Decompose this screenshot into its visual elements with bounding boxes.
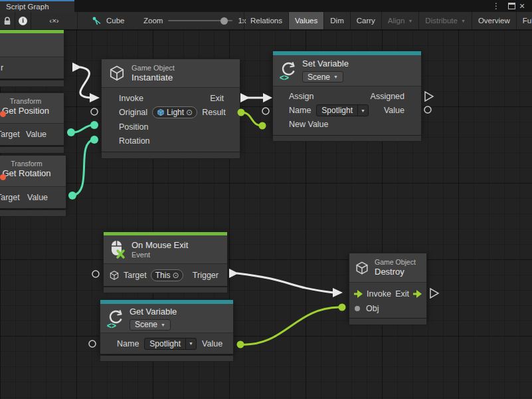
new-value-port-label: New Value: [289, 120, 329, 129]
node-footer: [0, 209, 66, 217]
relations-button[interactable]: Relations: [244, 12, 289, 29]
variable-name-dropdown[interactable]: Spotlight ▼: [316, 104, 369, 116]
node-footer: [0, 146, 64, 154]
obj-port-dot-icon: [355, 306, 360, 311]
toolbar-right-group: Relations Values Dim Carry Align▼ Distri…: [244, 12, 532, 29]
fullscreen-button[interactable]: Full Screen: [517, 12, 532, 29]
instantiate-header: Game Object Instantiate: [102, 59, 240, 88]
position-port-label: Position: [119, 122, 148, 132]
name-row: Name Spotlight ▼ Value: [273, 103, 421, 118]
node-clipped-event[interactable]: r: [0, 29, 64, 79]
value-port-label: Value: [26, 130, 46, 139]
object-picker-icon[interactable]: ⊙: [172, 271, 179, 279]
object-field-value: This: [155, 271, 171, 280]
zoom-slider[interactable]: [168, 20, 232, 21]
chevron-down-icon: ▼: [408, 19, 412, 23]
code-icon: ‹×›: [49, 17, 58, 25]
variable-icon: <>: [106, 308, 124, 329]
chevron-down-icon: ▼: [161, 323, 165, 327]
tab-script-graph[interactable]: Script Graph: [0, 0, 74, 12]
graph-canvas[interactable]: [0, 30, 532, 399]
invoke-port-label: Invoke: [367, 289, 391, 299]
game-object-icon: [157, 108, 165, 116]
variable-name-dropdown[interactable]: Spotlight ▼: [144, 338, 197, 350]
overview-button[interactable]: Overview: [472, 12, 517, 29]
node-get-variable[interactable]: <> Get Variable Scene ▼ Name Spotlight ▼…: [100, 299, 234, 354]
node-destroy[interactable]: Game Object Destroy Invoke Exit Obj: [349, 253, 427, 320]
dim-button[interactable]: Dim: [324, 12, 350, 29]
lock-icon: [3, 17, 11, 25]
get-rotation-port-row: Target Value: [0, 187, 66, 208]
node-title: Get Variable: [130, 307, 177, 317]
node-instantiate[interactable]: Game Object Instantiate Invoke Exit Orig…: [101, 59, 240, 152]
node-footer: [0, 80, 64, 87]
lock-button[interactable]: [0, 12, 15, 29]
name-port-label: Name: [289, 106, 311, 115]
node-get-position[interactable]: Transform Get Position Target Value: [0, 92, 64, 146]
node-footer: [101, 152, 240, 159]
variable-scope-dropdown[interactable]: Scene ▼: [130, 319, 171, 331]
assigned-port-label: Assigned: [371, 92, 404, 101]
values-button[interactable]: Values: [289, 12, 324, 29]
rotation-row: Rotation: [102, 134, 240, 148]
variable-scope-dropdown[interactable]: Scene ▼: [302, 71, 343, 82]
maximize-icon[interactable]: [508, 0, 515, 12]
graph-name: Cube: [106, 17, 125, 25]
zoom-slider-thumb[interactable]: [221, 17, 228, 25]
close-icon[interactable]: ×: [519, 0, 525, 12]
tab-bar: Script Graph ⋮ ×: [0, 0, 532, 12]
invoke-port-label: Invoke: [119, 94, 143, 103]
result-port-label: Result: [202, 108, 225, 117]
toolbar-left-group: i ‹×›: [0, 12, 78, 29]
original-result-row: Original Light ⊙ Result: [102, 105, 240, 120]
target-port-label: Target: [124, 271, 147, 280]
node-title: Destroy: [375, 267, 416, 277]
warning-dot-icon: [0, 174, 6, 180]
object-field-this[interactable]: This ⊙: [151, 269, 184, 281]
align-button[interactable]: Align▼: [382, 12, 420, 29]
chevron-down-icon: ▼: [333, 74, 338, 79]
node-subtitle: Event: [132, 251, 188, 259]
edit-graph-button[interactable]: ‹×›: [31, 12, 78, 29]
clipped-event-port-row: r: [0, 57, 64, 78]
node-title: Set Variable: [302, 59, 349, 69]
node-title: Get Position: [0, 106, 64, 116]
node-on-mouse-exit[interactable]: On Mouse Exit Event Target This ⊙ Trigge…: [103, 231, 228, 287]
script-graph-icon: [92, 16, 102, 26]
graph-breadcrumb[interactable]: Cube: [92, 12, 125, 29]
node-footer: [272, 135, 422, 142]
node-title: On Mouse Exit: [132, 240, 188, 251]
distribute-button[interactable]: Distribute▼: [419, 12, 472, 29]
destroy-header: Game Object Destroy: [349, 253, 426, 283]
assign-port-label: Assign: [289, 92, 314, 101]
target-port-label: Target: [0, 193, 20, 202]
invoke-exit-row: Invoke Exit: [349, 287, 426, 301]
name-value-row: Name Spotlight ▼ Value: [100, 333, 233, 354]
object-picker-icon[interactable]: ⊙: [186, 108, 193, 116]
node-get-rotation[interactable]: Transform Get Rotation Target Value: [0, 155, 66, 209]
cube-icon: [355, 261, 369, 275]
exit-port-label: Exit: [395, 289, 409, 299]
chevron-down-icon: ▼: [461, 19, 466, 23]
obj-row: Obj: [349, 301, 426, 316]
svg-text:<>: <>: [280, 73, 289, 81]
node-category: Transform: [0, 97, 64, 106]
cube-icon: [109, 270, 120, 281]
carry-button[interactable]: Carry: [351, 12, 382, 29]
value-port-label: Value: [384, 106, 404, 115]
rotation-port-label: Rotation: [119, 136, 150, 146]
zoom-control: Zoom 1x: [143, 12, 246, 29]
clipped-event-header: [0, 33, 64, 57]
object-field-light[interactable]: Light ⊙: [152, 106, 197, 118]
get-rotation-header: Transform Get Rotation: [0, 156, 66, 187]
kebab-menu-icon[interactable]: ⋮: [492, 0, 500, 12]
set-variable-header: <> Set Variable Scene ▼: [273, 55, 421, 86]
scope-value: Scene: [308, 72, 330, 82]
node-set-variable[interactable]: <> Set Variable Scene ▼ Assign Assigned …: [272, 51, 422, 136]
connected-arrow-icon: [412, 289, 422, 299]
on-mouse-exit-header: On Mouse Exit Event: [104, 235, 227, 264]
assign-row: Assign Assigned: [273, 90, 421, 103]
exit-port-label: Exit: [210, 94, 224, 103]
warning-dot-icon: [0, 111, 6, 117]
info-button[interactable]: i: [15, 12, 31, 29]
